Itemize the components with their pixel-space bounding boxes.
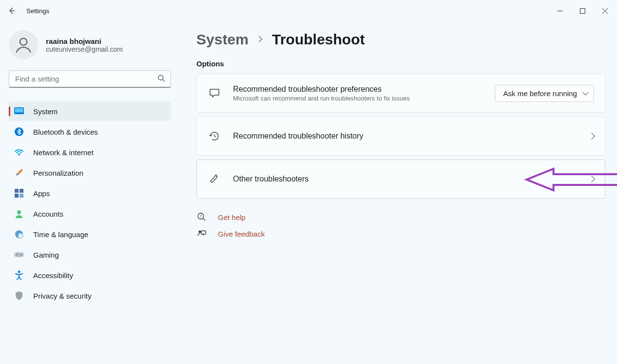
nav-label: Apps <box>33 189 50 198</box>
help-icon: ? <box>196 212 207 222</box>
breadcrumb-parent[interactable]: System <box>196 31 249 48</box>
search-icon <box>157 74 165 84</box>
wifi-icon <box>14 147 24 158</box>
nav: System Bluetooth & devices Network & int… <box>9 101 171 305</box>
card-subtitle: Microsoft can recommend and run troubles… <box>233 95 483 102</box>
breadcrumb-current: Troubleshoot <box>272 31 365 48</box>
card-title: Other troubleshooters <box>233 175 577 183</box>
window-controls <box>549 3 616 19</box>
nav-label: Gaming <box>33 251 59 259</box>
nav-label: Privacy & security <box>33 292 91 300</box>
nav-label: Accounts <box>33 210 64 218</box>
chevron-right-icon <box>588 133 595 140</box>
card-recommended-prefs: Recommended troubleshooter preferences M… <box>196 74 605 113</box>
svg-point-26 <box>199 231 201 233</box>
svg-rect-18 <box>14 252 24 257</box>
nav-item-network[interactable]: Network & internet <box>9 142 171 162</box>
avatar <box>9 30 38 60</box>
svg-point-5 <box>158 75 163 80</box>
nav-label: Bluetooth & devices <box>33 128 98 136</box>
svg-point-22 <box>216 176 218 178</box>
apps-icon <box>14 188 24 199</box>
titlebar: Settings <box>0 0 617 21</box>
history-icon <box>208 130 221 142</box>
prefs-dropdown[interactable]: Ask me before running <box>495 85 594 102</box>
feedback-icon <box>196 229 207 239</box>
get-help-link[interactable]: Get help <box>218 213 246 222</box>
svg-rect-13 <box>15 194 19 198</box>
back-arrow-icon <box>8 7 16 15</box>
close-button[interactable] <box>594 3 616 19</box>
breadcrumb: System Troubleshoot <box>196 31 605 48</box>
shield-icon <box>14 290 24 301</box>
clock-globe-icon <box>14 229 24 240</box>
person-icon <box>14 36 33 54</box>
svg-point-21 <box>18 271 21 273</box>
nav-item-gaming[interactable]: Gaming <box>9 245 171 264</box>
svg-point-20 <box>21 254 21 255</box>
chevron-right-icon <box>588 176 595 182</box>
svg-rect-11 <box>15 189 19 193</box>
nav-item-system[interactable]: System <box>9 101 171 121</box>
bluetooth-icon <box>14 126 24 137</box>
nav-label: Network & internet <box>33 148 93 157</box>
minimize-button[interactable] <box>549 3 571 19</box>
svg-rect-27 <box>201 231 206 234</box>
nav-label: Time & language <box>33 230 88 239</box>
svg-point-10 <box>19 155 20 156</box>
nav-label: Accessibility <box>33 271 73 280</box>
maximize-button[interactable] <box>571 3 594 19</box>
give-feedback-link[interactable]: Give feedback <box>218 230 265 238</box>
card-title: Recommended troubleshooter preferences <box>233 85 483 94</box>
nav-item-privacy[interactable]: Privacy & security <box>9 286 171 305</box>
accessibility-icon <box>14 270 24 281</box>
back-button[interactable] <box>1 0 22 21</box>
get-help-row: ? Get help <box>196 212 605 222</box>
window-title: Settings <box>26 7 49 15</box>
chevron-right-icon <box>257 33 263 46</box>
card-recommended-history[interactable]: Recommended troubleshooter history <box>196 117 605 156</box>
svg-point-4 <box>20 39 27 45</box>
svg-rect-14 <box>20 194 23 198</box>
nav-item-apps[interactable]: Apps <box>9 183 171 203</box>
sidebar: raaina bhojwani cuteuniverse@gmail.com S… <box>0 21 180 364</box>
nav-label: Personalization <box>33 169 84 177</box>
nav-item-bluetooth[interactable]: Bluetooth & devices <box>9 122 171 142</box>
system-icon <box>14 106 24 117</box>
feedback-row: Give feedback <box>196 229 605 239</box>
svg-point-19 <box>17 254 18 255</box>
search-box <box>9 70 171 88</box>
account-name: raaina bhojwani <box>46 37 123 45</box>
svg-rect-1 <box>580 8 585 13</box>
main-content: System Troubleshoot Options Recommended … <box>180 21 617 364</box>
gamepad-icon <box>14 249 24 260</box>
nav-label: System <box>33 107 58 116</box>
card-other-troubleshooters[interactable]: Other troubleshooters <box>196 160 605 199</box>
paintbrush-icon <box>14 167 24 178</box>
accounts-icon <box>14 208 24 219</box>
wrench-icon <box>208 173 221 185</box>
svg-text:?: ? <box>200 214 202 219</box>
nav-item-time-language[interactable]: Time & language <box>9 224 171 244</box>
section-label: Options <box>196 60 605 68</box>
svg-rect-8 <box>15 108 23 113</box>
account-email: cuteuniverse@gmail.com <box>46 45 123 53</box>
svg-rect-12 <box>20 189 23 193</box>
help-links: ? Get help Give feedback <box>196 212 605 239</box>
svg-point-15 <box>17 210 21 214</box>
nav-item-accounts[interactable]: Accounts <box>9 204 171 223</box>
nav-item-personalization[interactable]: Personalization <box>9 163 171 182</box>
nav-item-accessibility[interactable]: Accessibility <box>9 265 171 285</box>
svg-line-6 <box>163 80 165 81</box>
search-input[interactable] <box>9 70 171 88</box>
account-block[interactable]: raaina bhojwani cuteuniverse@gmail.com <box>9 25 171 70</box>
card-title: Recommended troubleshooter history <box>233 132 577 141</box>
chat-icon <box>208 87 221 99</box>
